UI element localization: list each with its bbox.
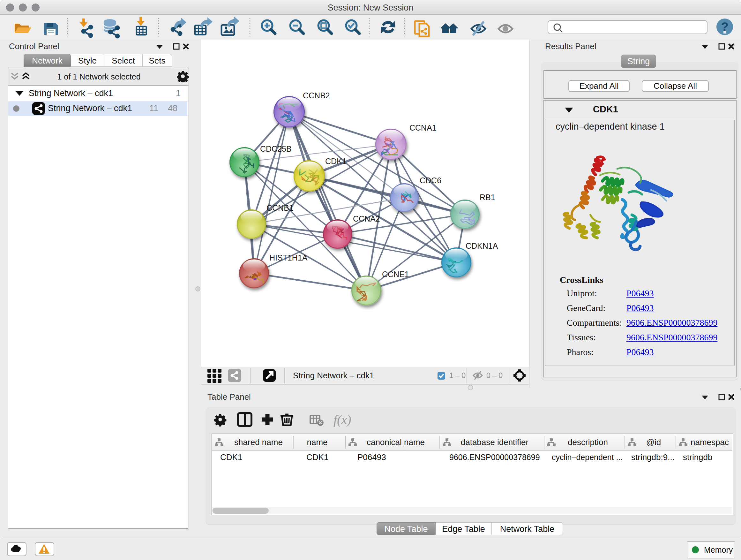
svg-text:String Network – cdk1: String Network – cdk1 (293, 371, 374, 380)
svg-text:CDK1: CDK1 (325, 157, 347, 166)
svg-text:CDKN1A: CDKN1A (466, 241, 498, 250)
svg-text:CCNA1: CCNA1 (409, 123, 436, 132)
svg-text:1 – 0: 1 – 0 (449, 371, 466, 380)
svg-text:database identifier: database identifier (461, 437, 529, 447)
svg-text:namespac: namespac (690, 437, 729, 447)
svg-text:CDC25B: CDC25B (260, 144, 292, 153)
svg-text:CDC6: CDC6 (420, 176, 441, 185)
svg-text:description: description (568, 437, 608, 447)
svg-text:canonical name: canonical name (367, 437, 425, 447)
svg-text:shared name: shared name (234, 437, 283, 447)
svg-text:CCNE1: CCNE1 (382, 270, 409, 279)
svg-text:name: name (307, 437, 327, 447)
svg-text:CCNA2: CCNA2 (353, 214, 380, 223)
svg-text:@id: @id (646, 437, 661, 447)
svg-text:RB1: RB1 (480, 193, 495, 202)
svg-text:f(x): f(x) (333, 413, 351, 427)
svg-text:CCNB1: CCNB1 (266, 203, 293, 212)
svg-text:0 – 0: 0 – 0 (486, 371, 502, 380)
svg-text:HIST1H1A: HIST1H1A (269, 253, 308, 262)
svg-text:CCNB2: CCNB2 (303, 91, 330, 100)
